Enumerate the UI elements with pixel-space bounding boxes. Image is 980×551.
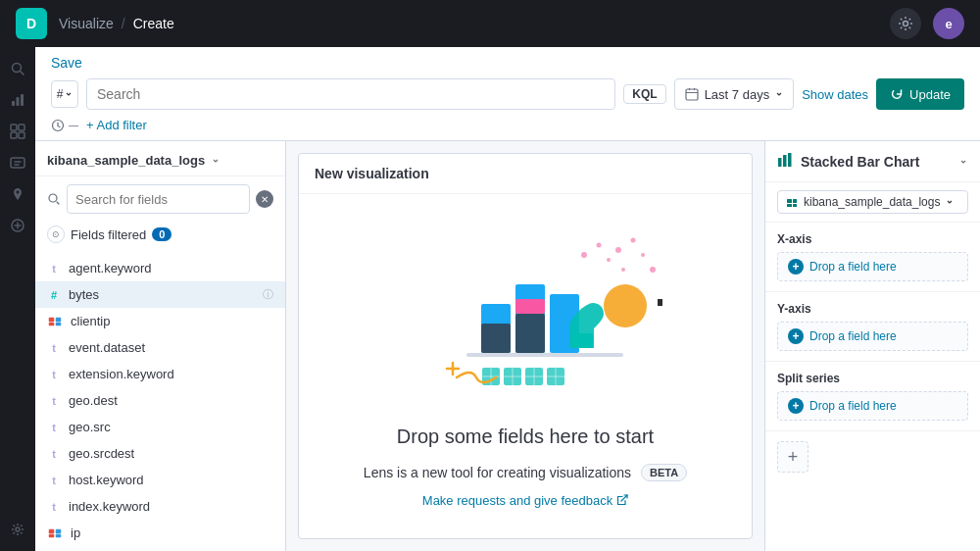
nav-icon-visualize[interactable] (4, 86, 31, 114)
svg-rect-7 (11, 132, 17, 138)
field-type-selector[interactable]: # (51, 80, 78, 108)
svg-point-0 (904, 22, 908, 26)
field-item[interactable]: t geo.dest (35, 387, 285, 414)
svg-rect-58 (778, 158, 782, 167)
field-name: extension.keyword (69, 367, 273, 381)
svg-rect-5 (11, 125, 17, 130)
svg-rect-18 (56, 323, 61, 326)
kql-badge[interactable]: KQL (623, 84, 665, 104)
svg-rect-20 (56, 529, 61, 533)
filter-options-button[interactable]: — (51, 119, 78, 132)
data-source-name: kibana_sample_data_logs (804, 195, 940, 209)
nav-icon-dashboard[interactable] (4, 118, 31, 145)
viz-lens-text: Lens is a new tool for creating visualiz… (364, 465, 631, 480)
svg-rect-2 (12, 101, 15, 106)
breadcrumb: Visualize / Create (59, 16, 174, 31)
chart-type-title: Stacked Bar Chart (801, 154, 951, 170)
svg-rect-19 (49, 529, 54, 533)
add-filter-button[interactable]: + Add filter (86, 118, 147, 132)
svg-rect-63 (787, 204, 792, 207)
fields-search-input[interactable] (67, 184, 250, 214)
field-item[interactable]: t agent.keyword (35, 255, 285, 281)
icon-sidebar (0, 47, 35, 551)
x-axis-drop-field[interactable]: + Drop a field here (777, 252, 968, 281)
svg-point-26 (615, 247, 621, 253)
update-button[interactable]: Update (876, 78, 964, 110)
field-item[interactable]: t extension.keyword (35, 361, 285, 387)
svg-rect-22 (56, 534, 61, 537)
svg-rect-39 (481, 324, 511, 353)
field-type-icon: t (47, 422, 61, 433)
split-series-drop-field[interactable]: + Drop a field here (777, 391, 968, 421)
field-item[interactable]: ip (35, 520, 285, 546)
nav-icon-canvas[interactable] (4, 149, 31, 176)
nav-icon-ml[interactable] (4, 212, 31, 239)
beta-badge: BETA (641, 464, 687, 481)
x-axis-section: X-axis + Drop a field here (765, 223, 980, 292)
split-series-section: Split series + Drop a field here (765, 362, 980, 431)
field-type-icon (47, 315, 63, 328)
split-series-label: Split series (777, 372, 968, 385)
field-item[interactable]: # bytes ⓘ (35, 281, 285, 308)
svg-rect-60 (788, 153, 792, 167)
svg-point-27 (631, 237, 636, 242)
data-source-chip[interactable]: kibana_sample_data_logs (777, 190, 968, 214)
field-item[interactable]: t geo.srcdest (35, 440, 285, 467)
svg-rect-4 (21, 94, 24, 106)
viz-feedback-link[interactable]: Make requests and give feedback (422, 493, 628, 508)
svg-point-23 (581, 252, 587, 258)
field-name: geo.dest (69, 393, 273, 408)
nav-icon-settings[interactable] (4, 516, 31, 543)
show-dates-button[interactable]: Show dates (802, 87, 868, 102)
fields-search-row: ✕ (35, 176, 285, 222)
search-input[interactable] (86, 78, 615, 110)
user-avatar[interactable]: e (933, 8, 964, 39)
viz-panel-body: Drop some fields here to start Lens is a… (299, 194, 752, 538)
svg-point-14 (49, 194, 57, 202)
svg-point-11 (16, 527, 20, 531)
field-info-icon[interactable]: ⓘ (263, 287, 273, 302)
field-type-icon: t (47, 342, 61, 354)
nav-icon-maps[interactable] (4, 180, 31, 208)
field-name: index.keyword (69, 499, 273, 514)
index-name: kibana_sample_data_logs (47, 153, 205, 168)
search-clear-button[interactable]: ✕ (256, 190, 273, 208)
kibana-logo: D (16, 8, 47, 39)
add-section-button[interactable]: + (777, 441, 808, 473)
field-name: geo.src (69, 420, 273, 434)
settings-icon-button[interactable] (890, 8, 921, 39)
fields-sidebar: kibana_sample_data_logs ✕ ⊙ Fields filte… (35, 141, 286, 551)
nav-icon-discover[interactable] (4, 55, 31, 82)
svg-rect-9 (11, 158, 24, 168)
field-name: ip (71, 526, 273, 540)
field-type-icon: t (47, 369, 61, 380)
svg-rect-64 (793, 204, 797, 207)
date-picker[interactable]: Last 7 days (674, 78, 795, 110)
field-item[interactable]: t index.keyword (35, 493, 285, 520)
svg-rect-16 (56, 318, 61, 322)
toolbar: Save # KQL Last 7 days Show dates Update (35, 47, 980, 141)
save-button[interactable]: Save (51, 55, 82, 71)
viz-illustration (388, 225, 662, 402)
field-name: agent.keyword (69, 261, 273, 276)
x-axis-label: X-axis (777, 232, 968, 246)
viz-lens-row: Lens is a new tool for creating visualiz… (364, 464, 687, 481)
field-item[interactable]: t geo.src (35, 414, 285, 440)
svg-point-25 (607, 258, 611, 262)
breadcrumb-separator: / (122, 16, 125, 31)
index-selector[interactable]: kibana_sample_data_logs (35, 141, 285, 176)
y-axis-drop-field[interactable]: + Drop a field here (777, 322, 968, 351)
breadcrumb-visualize[interactable]: Visualize (59, 16, 114, 31)
field-type-icon: t (47, 475, 61, 486)
svg-rect-6 (19, 125, 24, 130)
field-item[interactable]: t event.dataset (35, 334, 285, 361)
svg-point-28 (641, 253, 645, 257)
field-item[interactable]: clientip (35, 308, 285, 334)
chart-type-chevron[interactable] (958, 157, 968, 167)
viz-panel: New visualization (298, 153, 753, 539)
filter-circle-icon: ⊙ (47, 225, 65, 243)
config-data-source: kibana_sample_data_logs (765, 182, 980, 223)
field-item[interactable]: t host.keyword (35, 467, 285, 493)
visualization-area: New visualization (286, 141, 764, 551)
svg-rect-8 (19, 132, 24, 138)
